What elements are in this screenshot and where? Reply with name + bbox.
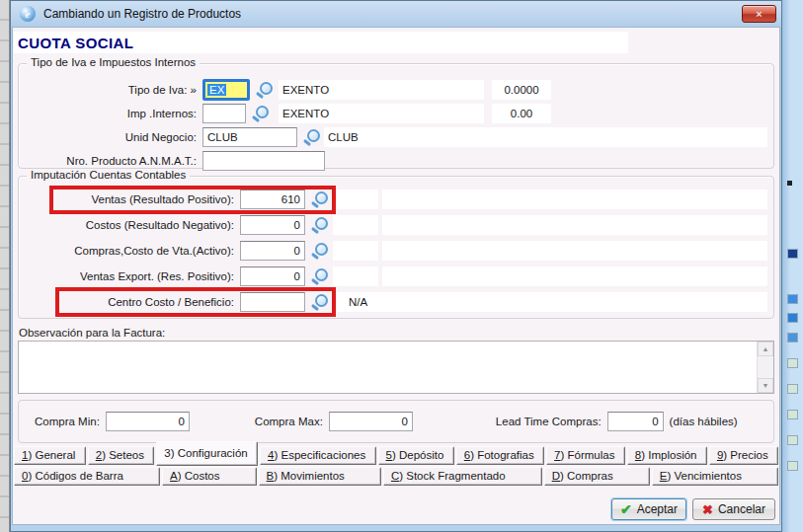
- tipo-iva-description: EXENTO: [279, 80, 484, 100]
- search-icon[interactable]: [255, 81, 273, 99]
- tab-a-costos[interactable]: A) Costos: [162, 467, 257, 486]
- compras-activo-row: Compras,Costo de Vta.(Activo): 0: [25, 240, 767, 262]
- tipo-iva-row: Tipo de Iva: » EX EXENTO 0.0000: [25, 79, 767, 100]
- tipo-iva-value: EX: [207, 84, 226, 96]
- close-icon: ×: [756, 8, 762, 20]
- search-icon[interactable]: [310, 267, 328, 285]
- compra-max-label: Compra Max:: [255, 416, 323, 427]
- centro-costo-description-field: N/A: [333, 292, 767, 312]
- background-fragment: [787, 384, 798, 394]
- anmat-row: Nro. Producto A.N.M.A.T.:: [25, 150, 767, 171]
- tipo-iva-input[interactable]: EX: [202, 79, 250, 101]
- ventas-export-account-input[interactable]: 0: [240, 266, 305, 286]
- compras-activo-account-input[interactable]: 0: [240, 241, 305, 261]
- compra-max-input[interactable]: 0: [329, 412, 413, 431]
- lead-time-input[interactable]: 0: [607, 412, 664, 431]
- tab-7-formulas[interactable]: 7) Fórmulas: [546, 446, 625, 465]
- tab-6-fotografias[interactable]: 6) Fotografias: [456, 446, 544, 465]
- search-icon[interactable]: [310, 242, 328, 260]
- costos-account-input[interactable]: 0: [240, 215, 305, 235]
- lead-time-label: Lead Time Compras:: [496, 416, 602, 427]
- observacion-label: Observación para la Factura:: [19, 327, 165, 339]
- costos-code-field: [333, 215, 378, 235]
- search-icon[interactable]: [251, 105, 269, 122]
- product-edit-dialog: e Cambiando un Registro de Productos × C…: [10, 0, 782, 532]
- window-title: Cambiando un Registro de Productos: [43, 7, 241, 21]
- cross-icon: ✖: [702, 502, 713, 517]
- imp-internos-rate: 0.00: [492, 104, 551, 123]
- dialog-body: CUOTA SOCIAL Tipo de Iva e Impuestos Int…: [13, 28, 779, 524]
- background-window-right: [782, 0, 803, 532]
- background-fragment: [787, 249, 798, 259]
- ventas-description-field: [382, 190, 767, 209]
- tab-row-2: 0) Códigos de BarraA) CostosB) Movimient…: [14, 467, 778, 486]
- imp-internos-input[interactable]: [202, 104, 246, 123]
- ventas-export-label: Ventas Export. (Res. Positivo):: [25, 270, 234, 282]
- compras-activo-code-field: [333, 241, 378, 261]
- imp-internos-label: Imp .Internos:: [25, 108, 197, 119]
- highlight-annotation-ventas: [49, 186, 336, 214]
- app-logo-icon: e: [20, 6, 36, 22]
- tab-0-codigos-de-barra[interactable]: 0) Códigos de Barra: [14, 467, 160, 486]
- tab-4-especificaciones[interactable]: 4) Especificaciones: [260, 446, 375, 465]
- product-name-field: CUOTA SOCIAL: [14, 32, 628, 53]
- tab-e-vencimientos[interactable]: E) Vencimientos: [652, 467, 778, 486]
- tab-d-compras[interactable]: D) Compras: [544, 467, 650, 486]
- screen: e Cambiando un Registro de Productos × C…: [0, 0, 803, 532]
- compras-activo-label: Compras,Costo de Vta.(Activo):: [25, 245, 234, 257]
- compra-min-input[interactable]: 0: [106, 412, 190, 431]
- unid-negocio-label: Unid Negocio:: [25, 131, 197, 143]
- unid-negocio-input[interactable]: CLUB: [202, 127, 297, 147]
- check-icon: ✔: [620, 501, 632, 517]
- costos-row: Costos (Resultado Negativo): 0: [25, 214, 767, 236]
- costos-label: Costos (Resultado Negativo):: [25, 219, 234, 231]
- background-fragment: [787, 294, 798, 304]
- unid-negocio-description: CLUB: [324, 127, 767, 147]
- ventas-code-field: [333, 190, 378, 209]
- cancelar-button[interactable]: ✖ Cancelar: [692, 498, 775, 520]
- tab-8-implosion[interactable]: 8) Implosión: [627, 446, 707, 465]
- tab-c-stock-fragmentado[interactable]: C) Stock Fragmentado: [383, 467, 542, 486]
- title-bar: e Cambiando un Registro de Productos ×: [10, 0, 782, 28]
- highlight-annotation-centro-costo: [55, 287, 336, 317]
- ventas-export-code-field: [333, 266, 378, 286]
- tipo-iva-rate: 0.0000: [492, 80, 551, 100]
- tab-5-deposito[interactable]: 5) Depósito: [378, 446, 454, 465]
- background-fragment: [787, 358, 798, 368]
- search-icon[interactable]: [310, 216, 328, 234]
- tab-9-precios[interactable]: 9) Precios: [709, 446, 778, 465]
- tab-3-configuracion[interactable]: 3) Configuración: [156, 441, 258, 466]
- unid-negocio-row: Unid Negocio: CLUB CLUB: [25, 126, 767, 147]
- search-icon[interactable]: [302, 128, 320, 146]
- anmat-input[interactable]: [202, 151, 325, 171]
- iva-group: Tipo de Iva e Impuestos Internos Tipo de…: [18, 63, 774, 169]
- costos-description-field: [382, 215, 767, 235]
- background-fragment: [787, 333, 798, 342]
- scroll-down-icon: ▼: [763, 382, 769, 389]
- observacion-textarea[interactable]: ▲ ▼: [18, 341, 774, 394]
- tab-2-seteos[interactable]: 2) Seteos: [88, 446, 155, 465]
- lead-time-suffix: (días hábiles): [670, 416, 738, 427]
- scroll-up-button[interactable]: ▲: [758, 342, 773, 356]
- vertical-scrollbar[interactable]: ▲ ▼: [757, 342, 773, 393]
- tab-1-general[interactable]: 1) General: [14, 446, 86, 465]
- product-name: CUOTA SOCIAL: [14, 35, 133, 51]
- aceptar-label: Aceptar: [637, 502, 678, 516]
- close-button[interactable]: ×: [742, 5, 776, 23]
- background-fragment: [787, 410, 798, 419]
- compra-min-label: Compra Min:: [35, 416, 100, 427]
- scroll-up-icon: ▲: [763, 345, 769, 352]
- scroll-down-button[interactable]: ▼: [758, 378, 773, 393]
- tab-b-movimientos[interactable]: B) Movimientos: [259, 467, 381, 486]
- dialog-buttons: ✔ Aceptar ✖ Cancelar: [611, 498, 775, 520]
- anmat-label: Nro. Producto A.N.M.A.T.:: [25, 155, 197, 167]
- aceptar-button[interactable]: ✔ Aceptar: [611, 498, 686, 520]
- background-window-left: [0, 0, 10, 532]
- cuentas-group-title: Imputación Cuentas Contables: [27, 169, 190, 181]
- background-fragment: [787, 435, 798, 445]
- tipo-iva-label: Tipo de Iva: »: [25, 84, 197, 96]
- imp-internos-description: EXENTO: [279, 104, 484, 123]
- imp-internos-row: Imp .Internos: EXENTO 0.00: [25, 103, 767, 123]
- compras-activo-description-field: [382, 241, 767, 261]
- background-fragment: [787, 313, 798, 323]
